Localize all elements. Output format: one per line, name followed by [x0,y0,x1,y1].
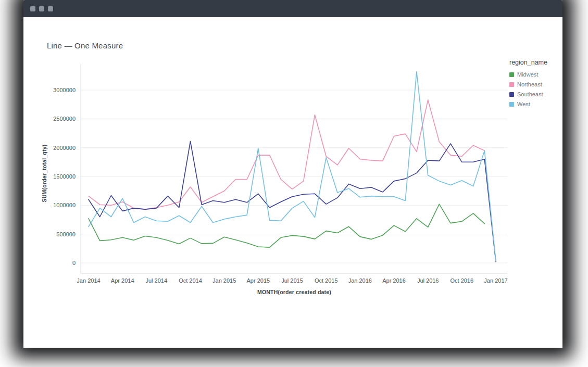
svg-text:2000000: 2000000 [53,145,76,151]
legend-swatch [509,92,514,97]
legend-label: Northeast [517,81,542,87]
legend-title: region_name [509,59,547,66]
legend-item-midwest[interactable]: Midwest [509,71,547,78]
svg-text:Jul 2014: Jul 2014 [146,277,168,284]
chart-legend: region_name MidwestNortheastSoutheastWes… [509,59,547,111]
svg-text:Jan 2016: Jan 2016 [348,277,372,284]
window-control-dot [48,6,53,11]
svg-text:500000: 500000 [56,231,76,237]
svg-text:1500000: 1500000 [53,173,76,180]
svg-text:0: 0 [72,260,76,266]
line-chart[interactable]: 0500000100000015000002000000250000030000… [23,38,562,319]
legend-item-northeast[interactable]: Northeast [509,81,547,87]
svg-text:Apr 2014: Apr 2014 [111,277,134,284]
svg-text:Oct 2015: Oct 2015 [315,277,338,284]
legend-label: West [517,101,530,107]
svg-text:Jan 2014: Jan 2014 [77,277,100,284]
window-titlebar [23,0,562,17]
svg-text:Apr 2015: Apr 2015 [246,277,270,284]
svg-text:Jan 2015: Jan 2015 [212,277,236,284]
legend-swatch [509,72,514,77]
svg-text:Jan 2017: Jan 2017 [484,277,507,284]
app-window: Line — One Measure SUM(order_total_qty) … [23,0,562,348]
legend-label: Midwest [517,71,538,78]
legend-label: Southeast [517,91,543,97]
svg-text:Jul 2016: Jul 2016 [417,277,439,284]
svg-text:2500000: 2500000 [53,116,76,122]
window-control-dot [30,6,35,11]
svg-text:Jul 2015: Jul 2015 [281,277,303,284]
svg-text:1000000: 1000000 [53,202,76,208]
svg-text:Oct 2016: Oct 2016 [450,277,473,284]
svg-text:Oct 2014: Oct 2014 [179,277,202,284]
legend-swatch [509,82,514,87]
chart-panel: Line — One Measure SUM(order_total_qty) … [23,17,562,348]
legend-item-west[interactable]: West [509,101,547,107]
svg-text:Apr 2016: Apr 2016 [382,277,406,284]
window-control-dot [39,6,44,11]
legend-swatch [509,102,514,107]
svg-text:3000000: 3000000 [53,87,76,93]
legend-item-southeast[interactable]: Southeast [509,91,547,97]
